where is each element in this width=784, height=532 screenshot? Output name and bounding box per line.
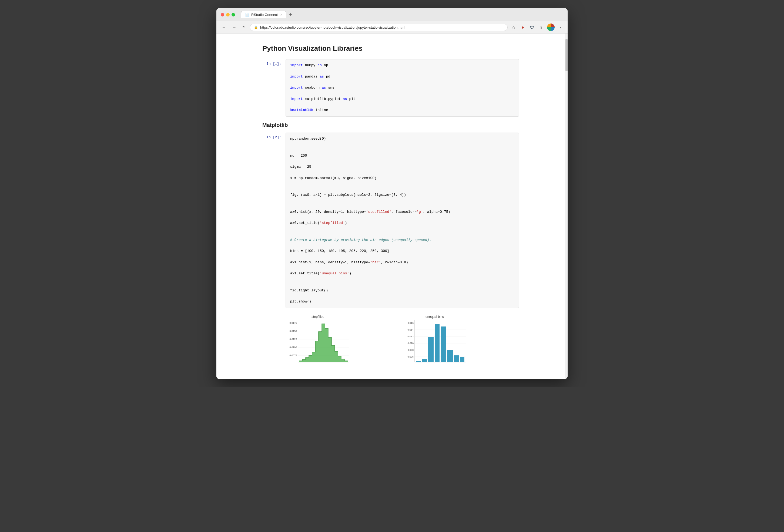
avatar[interactable]: [547, 24, 555, 31]
svg-text:0.016: 0.016: [408, 322, 414, 324]
toolbar-actions: ☆ ● 🛡 ℹ ⋮: [510, 24, 564, 31]
close-button[interactable]: [221, 13, 224, 17]
keyword-as: as: [319, 75, 324, 79]
keyword-as: as: [322, 86, 326, 90]
svg-text:0.006: 0.006: [408, 355, 414, 358]
address-text: https://colorado.rstudio.com/rsc/jupyter…: [260, 25, 405, 29]
svg-rect-33: [454, 355, 459, 362]
bookmark-icon[interactable]: ☆: [510, 24, 517, 31]
cell-2-code[interactable]: np.random.seed(0) mu = 200 sigma = 25 x …: [285, 132, 519, 308]
tab-bar: 📄 RStudio Connect ✕ +: [241, 11, 563, 18]
code-cell-1: In [1]: import numpy as np import pandas…: [262, 59, 519, 117]
svg-rect-29: [428, 337, 433, 362]
section-title-matplotlib: Matplotlib: [262, 122, 519, 128]
code-text: sns: [328, 86, 334, 90]
code-line: x = np.random.normal(mu, sigma, size=100…: [290, 176, 514, 181]
cell-2-label: In [2]:: [262, 132, 281, 308]
shield-icon[interactable]: 🛡: [529, 24, 535, 31]
code-line: fig.tight_layout(): [290, 288, 514, 294]
code-line: import matplotlib.pyplot as plt: [290, 96, 514, 102]
forward-button[interactable]: →: [230, 24, 238, 31]
svg-rect-27: [416, 361, 421, 362]
chart-1-wrapper: stepfilled 0.0175 0.0150 0.0125 0.0100 0…: [285, 314, 402, 368]
page-content: Python Visualization Libraries In [1]: i…: [216, 33, 565, 379]
svg-rect-30: [435, 324, 440, 362]
chart-area: stepfilled 0.0175 0.0150 0.0125 0.0100 0…: [285, 314, 519, 368]
keyword: import: [290, 63, 303, 67]
chart-2-title: unequal bins: [425, 315, 444, 319]
code-line: mu = 200: [290, 153, 514, 159]
code-line: plt.show(): [290, 299, 514, 305]
svg-rect-28: [422, 359, 427, 362]
rstudio-icon-red[interactable]: ●: [520, 24, 526, 31]
tab-close-icon[interactable]: ✕: [280, 13, 282, 17]
svg-text:0.012: 0.012: [408, 335, 414, 338]
code-line: sigma = 25: [290, 164, 514, 170]
code-text: pd: [326, 75, 330, 79]
code-text: np: [324, 63, 328, 67]
keyword-as: as: [343, 97, 347, 101]
code-text: matplotlib.pyplot: [305, 97, 343, 101]
scrollbar[interactable]: [565, 33, 568, 379]
cell-1-code[interactable]: import numpy as np import pandas as pd: [285, 59, 519, 117]
info-icon[interactable]: ℹ: [538, 24, 544, 31]
browser-toolbar: ← → ↻ 🔒 https://colorado.rstudio.com/rsc…: [216, 21, 568, 33]
svg-rect-32: [447, 350, 453, 362]
lock-icon: 🔒: [254, 25, 258, 29]
page-wrapper: Python Visualization Libraries In [1]: i…: [216, 33, 568, 379]
code-text: seaborn: [305, 86, 322, 90]
svg-text:0.0100: 0.0100: [289, 346, 297, 349]
address-bar[interactable]: 🔒 https://colorado.rstudio.com/rsc/jupyt…: [250, 24, 508, 31]
code-text: inline: [315, 108, 328, 112]
chart-2-svg: unequal bins 0.016 0.014 0.012 0.010 0.0…: [402, 314, 467, 367]
new-tab-button[interactable]: +: [287, 11, 293, 18]
svg-text:0.010: 0.010: [408, 342, 414, 345]
code-line: fig, (ax0, ax1) = plt.subplots(ncols=2, …: [290, 192, 514, 198]
keyword: import: [290, 97, 303, 101]
keyword: import: [290, 86, 303, 90]
tab-favicon-icon: 📄: [245, 13, 249, 17]
refresh-button[interactable]: ↻: [241, 24, 247, 31]
chart-2-wrapper: unequal bins 0.016 0.014 0.012 0.010 0.0…: [402, 314, 519, 368]
code-line: import numpy as np: [290, 63, 514, 68]
back-button[interactable]: ←: [220, 24, 228, 31]
code-line: ax0.hist(x, 20, density=1, histtype='ste…: [290, 209, 514, 215]
notebook-container: Python Visualization Libraries In [1]: i…: [262, 44, 519, 368]
scrollbar-thumb[interactable]: [565, 39, 568, 71]
code-line: import pandas as pd: [290, 74, 514, 80]
browser-window: 📄 RStudio Connect ✕ + ← → ↻ 🔒 https://co…: [216, 8, 568, 379]
browser-titlebar: 📄 RStudio Connect ✕ +: [216, 8, 568, 21]
svg-text:0.0125: 0.0125: [289, 338, 297, 341]
svg-text:0.0075: 0.0075: [289, 354, 297, 357]
tab-title: RStudio Connect: [251, 13, 278, 17]
keyword-as: as: [317, 63, 322, 67]
svg-text:0.0150: 0.0150: [289, 330, 297, 332]
code-line: ax1.set_title('unequal bins'): [290, 271, 514, 276]
code-line: import seaborn as sns: [290, 85, 514, 91]
code-text: plt: [349, 97, 355, 101]
svg-text:0.014: 0.014: [408, 328, 414, 331]
code-line: # Create a histogram by providing the bi…: [290, 237, 514, 243]
menu-icon[interactable]: ⋮: [557, 24, 564, 31]
code-line: ax1.hist(x, bins, density=1, histtype='b…: [290, 260, 514, 265]
minimize-button[interactable]: [226, 13, 230, 17]
svg-text:0.008: 0.008: [408, 349, 414, 351]
cell-1-label: In [1]:: [262, 59, 281, 117]
maximize-button[interactable]: [231, 13, 235, 17]
page-title: Python Visualization Libraries: [262, 44, 519, 53]
code-line: %matplotlib inline: [290, 108, 514, 113]
svg-rect-34: [460, 357, 465, 362]
code-text: numpy: [305, 63, 318, 67]
keyword: import: [290, 75, 303, 79]
svg-text:0.0175: 0.0175: [289, 322, 297, 324]
code-line: np.random.seed(0): [290, 136, 514, 142]
chart-1-svg: stepfilled 0.0175 0.0150 0.0125 0.0100 0…: [285, 314, 351, 367]
active-tab[interactable]: 📄 RStudio Connect ✕: [241, 11, 286, 18]
magic-command: %matplotlib: [290, 108, 313, 112]
code-line: bins = [100, 150, 180, 195, 205, 220, 25…: [290, 248, 514, 254]
charts-container: stepfilled 0.0175 0.0150 0.0125 0.0100 0…: [285, 314, 519, 368]
code-line: ax0.set_title('stepfilled'): [290, 220, 514, 226]
svg-rect-31: [441, 326, 446, 362]
chart-1-title: stepfilled: [311, 315, 324, 319]
code-text: pandas: [305, 75, 320, 79]
